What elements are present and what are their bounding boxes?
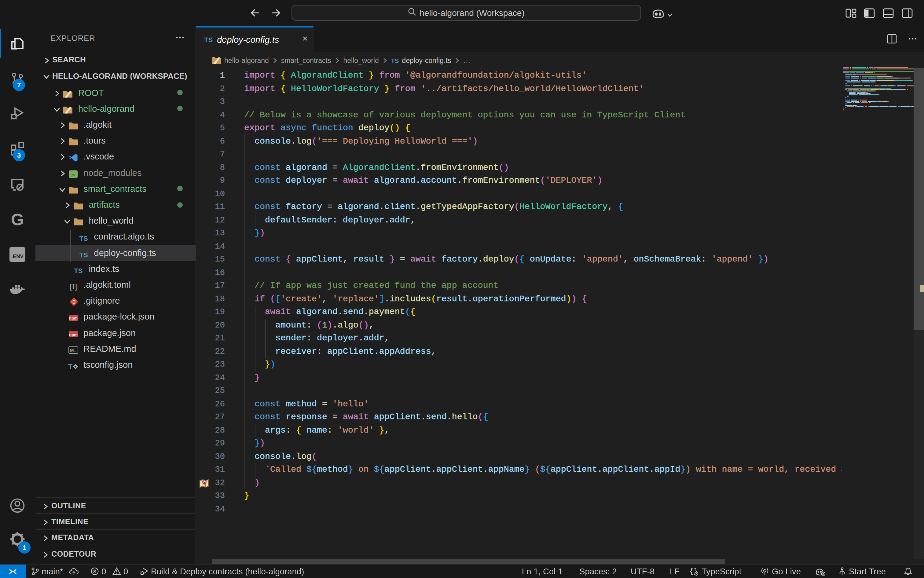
svg-text:npm: npm bbox=[69, 316, 77, 321]
svg-text:{: { bbox=[689, 568, 693, 576]
svg-text:M↓: M↓ bbox=[70, 347, 76, 353]
svg-text:npm: npm bbox=[69, 332, 77, 337]
svg-text:js: js bbox=[71, 172, 75, 177]
svg-text:.ENV: .ENV bbox=[11, 253, 24, 260]
svg-text:G: G bbox=[11, 211, 24, 228]
